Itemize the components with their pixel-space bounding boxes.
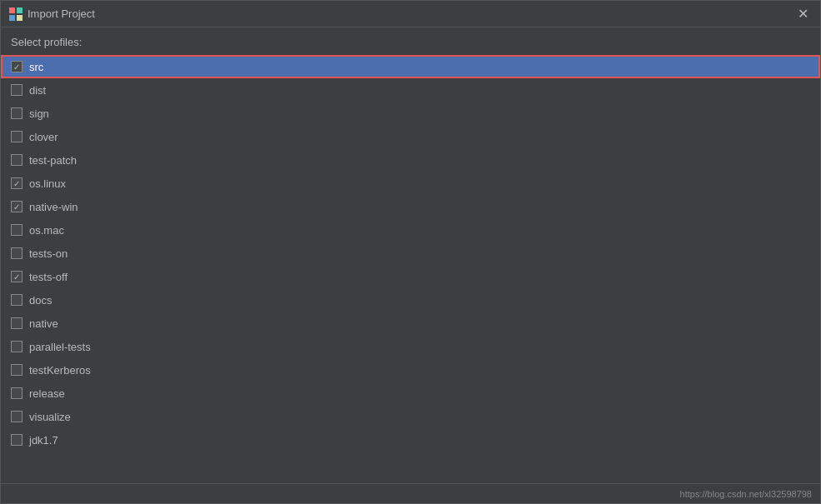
list-item[interactable]: jdk1.7: [1, 428, 820, 452]
close-button[interactable]: ✕: [793, 5, 812, 23]
profile-name: native-win: [29, 201, 78, 213]
profiles-list[interactable]: ✓srcdistsignclovertest-patch✓os.linux✓na…: [1, 55, 820, 483]
profile-name: dist: [29, 84, 46, 97]
profile-name: visualize: [29, 411, 71, 423]
list-item[interactable]: os.mac: [1, 218, 820, 242]
list-item[interactable]: dist: [1, 78, 820, 102]
dialog-content: Select profiles: ✓srcdistsignclovertest-…: [1, 27, 820, 483]
list-item[interactable]: ✓os.linux: [1, 172, 820, 195]
profile-name: docs: [29, 294, 52, 307]
svg-rect-1: [17, 7, 23, 13]
svg-rect-2: [9, 15, 15, 21]
list-item[interactable]: ✓tests-off: [1, 265, 820, 288]
list-item[interactable]: test-patch: [1, 148, 820, 172]
list-item[interactable]: clover: [1, 125, 820, 148]
list-item[interactable]: tests-on: [1, 242, 820, 265]
profile-checkbox[interactable]: [11, 434, 23, 446]
svg-rect-3: [17, 15, 23, 21]
profile-name: parallel-tests: [29, 341, 91, 353]
app-icon: [9, 7, 23, 21]
list-item[interactable]: release: [1, 382, 820, 405]
profile-checkbox[interactable]: ✓: [11, 271, 23, 282]
profile-checkbox[interactable]: [11, 84, 23, 96]
profile-name: tests-off: [29, 271, 68, 283]
profile-checkbox[interactable]: ✓: [11, 201, 23, 212]
list-item[interactable]: native: [1, 312, 820, 335]
import-project-dialog: Import Project ✕ Select profiles: ✓srcdi…: [0, 0, 821, 504]
profile-name: src: [29, 61, 43, 73]
dialog-title: Import Project: [28, 7, 95, 20]
profile-checkbox[interactable]: ✓: [11, 61, 23, 72]
profile-checkbox[interactable]: [11, 247, 23, 259]
list-item[interactable]: ✓native-win: [1, 195, 820, 218]
profile-checkbox[interactable]: [11, 131, 23, 142]
profile-checkbox[interactable]: [11, 294, 23, 306]
profile-checkbox[interactable]: [11, 107, 23, 119]
profile-name: os.linux: [29, 177, 66, 190]
profile-checkbox[interactable]: [11, 411, 23, 422]
profile-name: release: [29, 387, 65, 400]
title-bar: Import Project ✕: [1, 1, 820, 27]
list-item[interactable]: parallel-tests: [1, 335, 820, 358]
profile-name: os.mac: [29, 224, 64, 237]
profile-name: clover: [29, 131, 58, 143]
profile-name: jdk1.7: [29, 434, 58, 447]
profile-name: testKerberos: [29, 364, 91, 377]
profile-checkbox[interactable]: ✓: [11, 177, 23, 189]
profile-name: test-patch: [29, 154, 77, 167]
profile-checkbox[interactable]: [11, 154, 23, 166]
section-label: Select profiles:: [1, 36, 820, 55]
profile-checkbox[interactable]: [11, 317, 23, 329]
list-item[interactable]: testKerberos: [1, 358, 820, 382]
svg-rect-0: [9, 7, 15, 13]
title-bar-left: Import Project: [9, 7, 95, 21]
profile-checkbox[interactable]: [11, 341, 23, 352]
list-item[interactable]: docs: [1, 288, 820, 312]
profile-checkbox[interactable]: [11, 364, 23, 376]
profile-name: tests-on: [29, 247, 68, 260]
status-url: https://blog.csdn.net/xl32598798: [680, 489, 812, 499]
profile-name: sign: [29, 107, 49, 120]
profile-checkbox[interactable]: [11, 387, 23, 399]
list-item[interactable]: sign: [1, 102, 820, 125]
list-item[interactable]: ✓src: [1, 55, 820, 78]
profile-name: native: [29, 317, 58, 330]
list-item[interactable]: visualize: [1, 405, 820, 428]
profile-checkbox[interactable]: [11, 224, 23, 236]
status-bar: https://blog.csdn.net/xl32598798: [1, 483, 820, 503]
